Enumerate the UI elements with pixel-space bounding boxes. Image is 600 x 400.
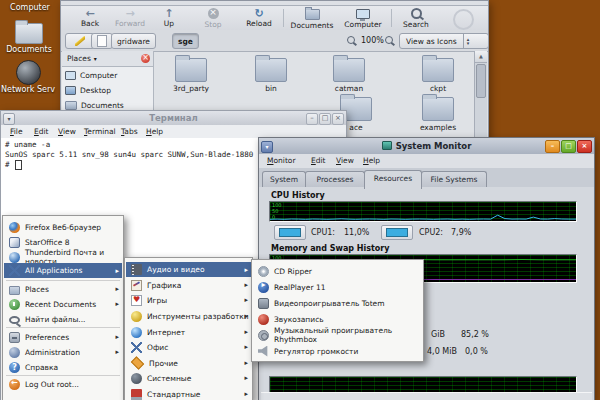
computer-button[interactable]: Computer	[339, 6, 387, 30]
folder-label: ckpt	[406, 84, 470, 93]
menu-item-audio-video[interactable]: Аудио и видео	[126, 262, 251, 277]
desktop-icon-network-servers[interactable]: Network Serv	[0, 85, 60, 94]
submenu-arrow-icon	[244, 325, 248, 339]
menu-item-preferences[interactable]: Preferences	[4, 330, 122, 344]
breadcrumb-sge[interactable]: sge	[172, 33, 199, 49]
back-label: Back	[81, 19, 99, 28]
back-icon: ←	[85, 9, 94, 18]
menu-help[interactable]: Help	[363, 154, 380, 168]
tab-resources[interactable]: Resources	[364, 170, 422, 189]
toolbar-separator	[391, 9, 392, 27]
sidebar-header[interactable]: Places ▾	[62, 51, 153, 67]
menu-item-system[interactable]: Системные	[126, 371, 251, 385]
close-icon[interactable]: ×	[577, 140, 592, 153]
sidebar-item-desktop[interactable]: Desktop	[65, 84, 111, 97]
desktop-icon-documents[interactable]: Documents	[0, 45, 61, 54]
tab-processes[interactable]: Processes	[305, 171, 365, 187]
development-icon	[131, 311, 142, 322]
tab-system[interactable]: System	[262, 171, 306, 187]
cpu2-color-swatch[interactable]	[381, 225, 413, 240]
menu-item-find-files[interactable]: Найти файлы...	[4, 312, 122, 326]
folder-ckpt[interactable]: ckpt	[406, 58, 470, 93]
menu-item-realplayer[interactable]: RealPlayer 11	[253, 279, 422, 295]
menu-item-totem[interactable]: Видеопроигрыватель Totem	[253, 295, 422, 311]
sidebar-close-icon[interactable]	[141, 54, 150, 63]
folder-bin[interactable]: bin	[239, 58, 303, 93]
menu-item-volume-control[interactable]: Регулятор громкости	[253, 343, 422, 359]
menu-item-label: Прочие	[149, 359, 178, 368]
scroll-up-icon[interactable]: ▲	[475, 51, 487, 63]
documents-button[interactable]: Documents	[286, 6, 338, 30]
terminal-titlebar[interactable]: ▾ Терминал – □ ×	[1, 111, 346, 126]
menu-item-other[interactable]: Прочие	[126, 356, 251, 370]
menu-item-label: Офис	[147, 343, 168, 352]
network-servers-globe-icon[interactable]	[16, 60, 41, 85]
folder-catman[interactable]: catman	[317, 58, 381, 93]
zoom-out-icon[interactable]	[347, 36, 355, 44]
menu-item-thunderbird[interactable]: Thunderbird Почта и новости	[4, 250, 122, 264]
cpu1-color-swatch[interactable]	[274, 225, 306, 240]
cpu1-value: 11,0%	[344, 228, 369, 237]
minimize-icon[interactable]: –	[306, 113, 318, 125]
documents-folder-icon[interactable]	[15, 23, 43, 44]
root-crumb-button[interactable]	[91, 33, 113, 49]
zoom-in-icon[interactable]	[385, 36, 393, 44]
sidebar-item-label: Computer	[80, 71, 117, 80]
stop-button[interactable]: Stop	[195, 6, 231, 30]
menu-item-games[interactable]: Игры	[126, 293, 251, 307]
menu-item-all-applications[interactable]: All Applications	[4, 263, 122, 278]
menu-item-places[interactable]: Places	[4, 282, 122, 296]
forward-button[interactable]: → Forward	[109, 6, 151, 30]
memory-unit-fragment: GiB	[431, 330, 445, 339]
up-button[interactable]: ↑ Up	[153, 6, 185, 30]
menu-item-help[interactable]: Справка	[4, 360, 122, 374]
menu-item-rhythmbox[interactable]: Музыкальный проигрыватель Rhythmbox	[253, 327, 422, 343]
folder-3rd_party[interactable]: 3rd_party	[159, 58, 223, 93]
menu-view[interactable]: View	[58, 125, 76, 138]
vertical-scrollbar[interactable]: ▲	[474, 51, 487, 142]
maximize-icon[interactable]: □	[319, 113, 331, 125]
menu-item-label: StarOffice 8	[25, 238, 69, 247]
maximize-icon[interactable]: □	[561, 140, 576, 153]
recent-documents-icon	[9, 299, 20, 310]
breadcrumb-gridware[interactable]: gridware	[111, 33, 156, 49]
scrollbar-thumb[interactable]	[476, 64, 486, 98]
menu-item-staroffice[interactable]: StarOffice 8	[4, 235, 122, 249]
menu-item-logout[interactable]: Log Out root...	[4, 377, 122, 391]
menu-item-administration[interactable]: Administration	[4, 345, 122, 359]
menu-item-sound-recorder[interactable]: Звукозапись	[253, 311, 422, 327]
close-icon[interactable]: ×	[332, 113, 344, 125]
menu-edit[interactable]: Edit	[34, 125, 49, 138]
menu-item-office[interactable]: Офис	[126, 340, 251, 354]
sidebar-item-computer[interactable]: Computer	[65, 69, 117, 82]
menu-item-internet[interactable]: Интернет	[126, 325, 251, 339]
terminal-title: Терминал	[1, 113, 346, 123]
back-button[interactable]: ← Back	[71, 6, 109, 30]
folder-label: catman	[317, 84, 381, 93]
system-monitor-titlebar[interactable]: ▾ System Monitor – □ ×	[259, 138, 594, 155]
menu-item-recent-documents[interactable]: Recent Documents	[4, 297, 122, 311]
menu-view[interactable]: View	[336, 154, 354, 168]
menu-help[interactable]: Help	[146, 125, 163, 138]
menu-item-accessories[interactable]: Стандартные	[126, 387, 251, 400]
menu-file[interactable]: File	[10, 125, 23, 138]
menu-terminal[interactable]: Terminal	[84, 125, 116, 138]
menu-monitor[interactable]: Monitor	[267, 154, 296, 168]
menu-item-cd-ripper[interactable]: CD Ripper	[253, 263, 422, 279]
desktop-icon-computer[interactable]: Computer	[0, 3, 62, 12]
folder-examples[interactable]: examples	[406, 97, 470, 132]
search-button[interactable]: Search	[395, 6, 437, 30]
menu-edit[interactable]: Edit	[311, 154, 326, 168]
menu-item-label: Звукозапись	[274, 315, 324, 324]
menu-tabs[interactable]: Tabs	[121, 125, 138, 138]
menu-item-firefox[interactable]: Firefox Веб-браузер	[4, 220, 122, 234]
tab-file-systems[interactable]: File Systems	[421, 171, 487, 187]
rhythmbox-icon	[258, 330, 269, 341]
view-mode-dropdown[interactable]: View as Icons ▴▾	[399, 33, 489, 49]
menu-item-development[interactable]: Инструменты разработки	[126, 309, 251, 323]
menu-item-graphics[interactable]: Графика	[126, 278, 251, 292]
minimize-icon[interactable]: –	[545, 140, 560, 153]
documents-folder-icon	[305, 9, 320, 20]
submenu-arrow-icon	[115, 345, 119, 359]
reload-button[interactable]: ↻ Reload	[239, 6, 279, 30]
